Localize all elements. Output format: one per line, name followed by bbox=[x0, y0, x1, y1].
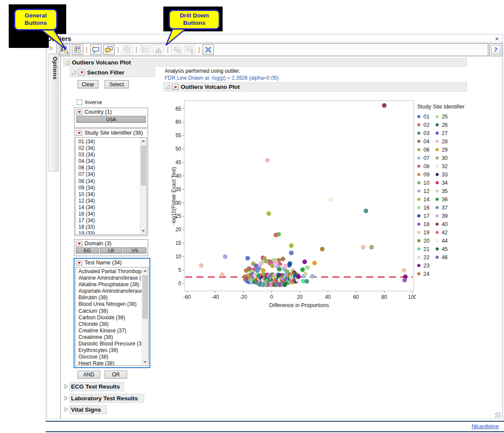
list-item[interactable]: Diastolic Blood Pressure (38) bbox=[76, 341, 148, 347]
main-section-header[interactable]: Outliers Volcano Plot bbox=[63, 58, 467, 67]
list-item[interactable]: 01 (34) bbox=[76, 139, 146, 145]
scatter-point[interactable] bbox=[220, 272, 225, 277]
and-button[interactable]: AND bbox=[78, 371, 100, 379]
list-item[interactable]: Bilirubin (38) bbox=[76, 294, 148, 301]
list-item[interactable]: Erythrocytes (38) bbox=[76, 347, 148, 354]
collapsed-triangle-icon[interactable] bbox=[64, 396, 69, 401]
list-item[interactable]: 04 (34) bbox=[76, 158, 146, 165]
scatter-point[interactable] bbox=[302, 260, 307, 264]
scatter-point[interactable] bbox=[300, 267, 305, 272]
scatter-point[interactable] bbox=[364, 209, 369, 213]
scatter-point[interactable] bbox=[284, 264, 288, 268]
collapse-triangle-icon[interactable] bbox=[65, 60, 70, 65]
scatter-point[interactable] bbox=[369, 245, 374, 250]
help-icon[interactable]: ? bbox=[491, 45, 501, 54]
options-tab[interactable]: Options bbox=[48, 53, 59, 172]
list-item[interactable]: 12 (34) bbox=[76, 198, 146, 204]
domain-value-lb[interactable]: LB bbox=[100, 247, 123, 254]
panel-splitter[interactable] bbox=[60, 42, 61, 419]
scatter-point[interactable] bbox=[257, 282, 262, 287]
scrollbar-thumb[interactable] bbox=[141, 145, 146, 186]
list-item[interactable]: Alkaline Phosphatase (38) bbox=[76, 281, 148, 288]
scatter-point[interactable] bbox=[402, 268, 406, 273]
scroll-down-icon[interactable] bbox=[140, 228, 146, 234]
inverse-checkbox[interactable] bbox=[77, 99, 82, 105]
list-item[interactable]: 18 (33) bbox=[76, 224, 146, 230]
legend-item[interactable]: 19 bbox=[417, 228, 430, 237]
expand-options-icon[interactable] bbox=[49, 45, 54, 53]
add-note-icon[interactable] bbox=[90, 44, 101, 55]
domain-value-vs[interactable]: VS bbox=[123, 247, 146, 254]
list-item[interactable]: 09 (34) bbox=[76, 185, 146, 191]
red-menu-icon[interactable] bbox=[76, 260, 82, 266]
list-item[interactable]: Alanine Aminotransferase (36) bbox=[76, 275, 148, 281]
legend-item[interactable]: 09 bbox=[417, 170, 430, 179]
red-menu-icon[interactable] bbox=[172, 84, 179, 90]
list-item[interactable]: Activated Partial Thromboplastin (38) bbox=[76, 268, 148, 275]
legend-item[interactable]: 46 bbox=[436, 253, 448, 261]
nlcardipine-link[interactable]: Nlcardipine bbox=[471, 423, 499, 430]
legend-item[interactable]: 07 bbox=[417, 154, 430, 162]
scrollbar-thumb[interactable] bbox=[142, 275, 148, 319]
scatter-point[interactable] bbox=[270, 264, 275, 268]
scatter-point[interactable] bbox=[223, 254, 228, 259]
legend-item[interactable]: 17 bbox=[417, 212, 430, 220]
legend-item[interactable]: 08 bbox=[417, 162, 430, 170]
scatter-point[interactable] bbox=[281, 257, 285, 261]
list-item[interactable]: Glucose (38) bbox=[76, 354, 148, 360]
legend-item[interactable]: 28 bbox=[436, 137, 448, 145]
legend-item[interactable]: 40 bbox=[436, 220, 448, 228]
scatter-point[interactable] bbox=[244, 268, 249, 273]
legend-item[interactable]: 26 bbox=[436, 121, 448, 129]
scatter-point[interactable] bbox=[277, 267, 282, 272]
scroll-up-icon[interactable] bbox=[142, 267, 148, 274]
legend-item[interactable]: 14 bbox=[417, 195, 430, 203]
legend-item[interactable]: 37 bbox=[436, 203, 448, 212]
legend-item[interactable]: 04 bbox=[417, 137, 430, 145]
collapsed-triangle-icon[interactable] bbox=[64, 407, 69, 412]
collapse-triangle-icon[interactable] bbox=[71, 70, 76, 75]
legend-item[interactable]: 20 bbox=[417, 237, 430, 245]
vital-signs-header[interactable]: Vital Signs bbox=[69, 405, 107, 414]
scatter-point[interactable] bbox=[289, 250, 294, 255]
legend-item[interactable]: 42 bbox=[436, 228, 448, 237]
legend-item[interactable]: 33 bbox=[436, 170, 448, 179]
scatter-point[interactable] bbox=[382, 103, 387, 108]
scatter-point[interactable] bbox=[310, 274, 315, 279]
legend-item[interactable]: 36 bbox=[436, 195, 448, 203]
scroll-down-icon[interactable] bbox=[142, 359, 148, 365]
red-menu-icon[interactable] bbox=[76, 130, 82, 136]
legend-item[interactable]: 27 bbox=[436, 129, 448, 137]
list-item[interactable]: 03 (34) bbox=[76, 152, 146, 158]
scatter-point[interactable] bbox=[312, 261, 317, 266]
list-item[interactable]: 19 (33) bbox=[76, 230, 146, 235]
section-filter-header[interactable]: Section Filter bbox=[70, 68, 155, 77]
legend-item[interactable]: 25 bbox=[436, 112, 448, 121]
collapsed-triangle-icon[interactable] bbox=[64, 384, 69, 389]
remove-icon[interactable] bbox=[203, 44, 214, 55]
scatter-point[interactable] bbox=[361, 245, 365, 250]
create-report-icon[interactable] bbox=[72, 44, 83, 55]
list-item[interactable]: Aspartate Aminotransferase (38) bbox=[76, 288, 148, 294]
list-item[interactable]: Chloride (38) bbox=[76, 321, 148, 328]
scatter-point[interactable] bbox=[403, 278, 407, 283]
legend-item[interactable]: 24 bbox=[417, 270, 430, 278]
scatter-point[interactable] bbox=[264, 259, 268, 264]
red-menu-icon[interactable] bbox=[78, 70, 85, 75]
collapse-triangle-icon[interactable] bbox=[165, 85, 170, 89]
list-item[interactable]: 06 (34) bbox=[76, 165, 146, 171]
scatter-point[interactable] bbox=[304, 279, 309, 284]
scatter-point[interactable] bbox=[199, 263, 204, 268]
legend-item[interactable]: 21 bbox=[417, 245, 430, 253]
legend-item[interactable]: 06 bbox=[417, 145, 430, 154]
list-item[interactable]: 14 (34) bbox=[76, 204, 146, 211]
list-item[interactable]: 08 (34) bbox=[76, 178, 146, 185]
test-name-scrollbar[interactable] bbox=[142, 267, 148, 365]
legend-item[interactable]: 30 bbox=[436, 154, 448, 162]
plot-section-header[interactable]: Outliers Volcano Plot bbox=[163, 82, 467, 91]
ecg-test-results-header[interactable]: ECG Test Results bbox=[69, 382, 124, 391]
scatter-point[interactable] bbox=[267, 211, 271, 216]
legend-item[interactable]: 45 bbox=[436, 245, 448, 253]
list-item[interactable]: 16 (34) bbox=[76, 211, 146, 217]
scatter-point[interactable] bbox=[265, 158, 270, 163]
